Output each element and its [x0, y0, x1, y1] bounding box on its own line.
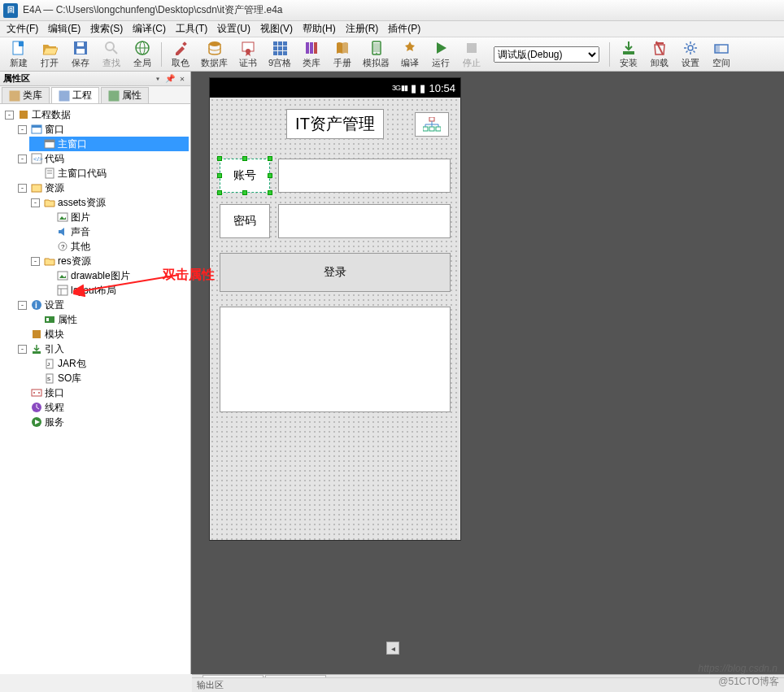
account-label[interactable]: 账号 — [220, 159, 270, 193]
svg-rect-4 — [77, 42, 84, 46]
tree-node-接口[interactable]: 接口 — [16, 385, 189, 400]
menu-item-3[interactable]: 编译(C) — [128, 20, 171, 37]
panel-dropdown-icon[interactable]: ▾ — [153, 74, 163, 83]
toolbar-settings-button[interactable]: 设置 — [675, 38, 706, 71]
svg-text:?: ? — [61, 243, 65, 250]
tree-label: 引入 — [45, 342, 64, 356]
svg-rect-77 — [423, 127, 428, 131]
menu-item-2[interactable]: 搜索(S) — [85, 20, 128, 37]
panel-tab-prop[interactable]: 属性 — [101, 87, 149, 103]
menubar: 文件(F)编辑(E)搜索(S)编译(C)工具(T)设置(U)视图(V)帮助(H)… — [0, 21, 784, 37]
toolbar-cert-button[interactable]: 证书 — [233, 38, 264, 71]
tree-toggle-icon[interactable]: - — [18, 301, 27, 310]
toolbar-run-button[interactable]: 运行 — [425, 38, 456, 71]
tree-node-assets资源[interactable]: -assets资源 — [29, 195, 189, 210]
toolbar-install-button[interactable]: 安装 — [613, 38, 644, 71]
tree-node-JAR包[interactable]: JJAR包 — [29, 356, 189, 371]
tree-toggle-icon[interactable]: - — [31, 257, 40, 266]
design-area: 3G ▮▮ ▮ ▮ 10:54 IT资产管理 账号 — [191, 72, 784, 674]
toolbar-db-button[interactable]: 数据库 — [196, 38, 233, 71]
tree-node-声音[interactable]: 声音 — [42, 224, 189, 239]
build-config-select[interactable]: 调试版(Debug) — [494, 46, 599, 63]
menu-item-9[interactable]: 插件(P) — [383, 20, 425, 37]
tree-node-图片[interactable]: 图片 — [42, 210, 189, 224]
run-icon — [433, 40, 449, 56]
tree-node-窗口[interactable]: -窗口 — [16, 122, 189, 137]
tree-node-引入[interactable]: -引入 — [16, 342, 189, 356]
tree-node-属性[interactable]: 属性 — [29, 312, 189, 327]
tree-toggle-icon — [44, 286, 53, 295]
tree-node-其他[interactable]: ?其他 — [42, 239, 189, 254]
toolbar-new-button[interactable]: 新建 — [3, 38, 34, 71]
tree-node-设置[interactable]: -i设置 — [16, 298, 189, 312]
tree-node-res资源[interactable]: -res资源 — [29, 254, 189, 268]
tree-root-node[interactable]: -工程数据 — [3, 107, 189, 122]
clock-text: 10:54 — [429, 82, 455, 94]
tree-label: SO库 — [58, 371, 81, 385]
menu-item-0[interactable]: 文件(F) — [2, 20, 43, 37]
tree-node-线程[interactable]: 线程 — [16, 400, 189, 415]
svg-text:</>: </> — [33, 155, 43, 163]
tree-toggle-icon[interactable]: - — [18, 345, 27, 354]
tree-node-代码[interactable]: -</>代码 — [16, 151, 189, 166]
toolbar-lib-button[interactable]: 类库 — [296, 38, 327, 71]
menu-item-8[interactable]: 注册(R) — [341, 20, 384, 37]
svg-rect-3 — [76, 49, 85, 54]
property-panel: 属性区 ▾ 📌 ✕ 类库工程属性 -工程数据-窗口主窗口-</>代码主窗口代码-… — [0, 72, 191, 674]
tree-node-主窗口代码[interactable]: 主窗口代码 — [29, 166, 189, 181]
svg-rect-63 — [46, 318, 49, 321]
svg-rect-16 — [283, 41, 287, 46]
layout-icon — [56, 284, 69, 297]
tree-toggle-icon[interactable]: - — [18, 125, 27, 134]
toolbar-picker-button[interactable]: 取色 — [165, 38, 196, 71]
tree-toggle-icon[interactable]: - — [5, 111, 14, 120]
svg-rect-22 — [283, 51, 287, 55]
form-icon — [43, 137, 56, 150]
tree-node-模块[interactable]: 模块 — [16, 327, 189, 342]
tree-toggle-icon[interactable]: - — [18, 184, 27, 193]
menu-item-6[interactable]: 视图(V) — [255, 20, 298, 37]
toolbar-compile-button[interactable]: 编译 — [394, 38, 425, 71]
menu-item-1[interactable]: 编辑(E) — [43, 20, 85, 37]
account-input[interactable] — [278, 159, 451, 193]
app-title-label[interactable]: IT资产管理 — [286, 109, 384, 139]
toolbar-grid-button[interactable]: 9宫格 — [264, 38, 296, 71]
tree-label: 模块 — [45, 327, 64, 342]
org-chart-button[interactable] — [415, 112, 449, 137]
menu-item-5[interactable]: 设置(U) — [212, 20, 255, 37]
tree-node-主窗口[interactable]: 主窗口 — [29, 137, 189, 151]
toolbar-save-button[interactable]: 保存 — [65, 38, 96, 71]
tree-label: 声音 — [71, 224, 90, 239]
password-label[interactable]: 密码 — [220, 204, 270, 238]
tree-node-drawable图片[interactable]: drawable图片 — [42, 268, 189, 283]
toolbar-emu-button[interactable]: 模拟器 — [358, 38, 394, 71]
window-title: E4A — C:\Users\longchunfeng\Desktop\csdn… — [23, 3, 283, 17]
new-icon — [11, 40, 27, 56]
toolbar-uninstall-button[interactable]: 卸载 — [644, 38, 675, 71]
toolbar-space-button[interactable]: 空间 — [706, 38, 737, 71]
panel-tab-lib[interactable]: 类库 — [2, 87, 50, 103]
scroll-left-icon[interactable]: ◂ — [386, 642, 399, 655]
tree-node-服务[interactable]: 服务 — [16, 415, 189, 429]
menu-item-4[interactable]: 工具(T) — [171, 20, 212, 37]
toolbar-book-button[interactable]: 手册 — [327, 38, 358, 71]
toolbar-open-button[interactable]: 打开 — [34, 38, 65, 71]
toolbar-globe-button[interactable]: 全局 — [127, 38, 158, 71]
svg-rect-42 — [32, 125, 41, 128]
bottom-panel[interactable] — [220, 307, 451, 412]
svg-point-71 — [33, 392, 35, 394]
prop2-icon — [43, 313, 56, 326]
phone-body[interactable]: IT资产管理 账号 密码 — [210, 98, 460, 540]
tree-node-资源[interactable]: -资源 — [16, 181, 189, 195]
tree-toggle-icon[interactable]: - — [18, 155, 27, 163]
panel-tab-proj[interactable]: 工程 — [51, 87, 99, 103]
menu-item-7[interactable]: 帮助(H) — [298, 20, 341, 37]
tree-node-SO库[interactable]: SSO库 — [29, 371, 189, 385]
other-icon: ? — [56, 240, 69, 253]
login-button[interactable]: 登录 — [220, 253, 451, 292]
panel-pin-icon[interactable]: 📌 — [163, 74, 177, 83]
password-input[interactable] — [278, 204, 451, 238]
tree-node-layout布局[interactable]: layout布局 — [42, 283, 189, 298]
tree-toggle-icon[interactable]: - — [31, 198, 40, 207]
panel-close-icon[interactable]: ✕ — [177, 74, 187, 83]
